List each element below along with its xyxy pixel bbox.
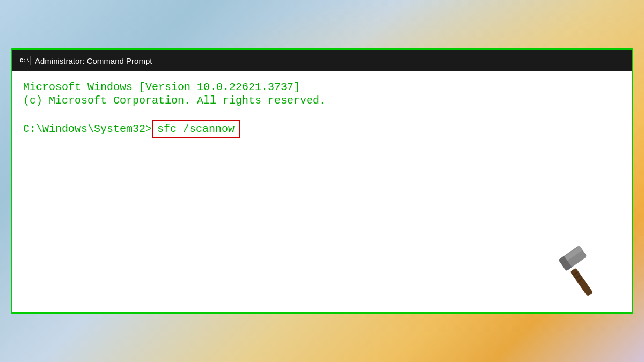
version-line: Microsoft Windows [Version 10.0.22621.37…	[23, 81, 621, 93]
svg-rect-0	[570, 268, 593, 297]
cmd-body: Microsoft Windows [Version 10.0.22621.37…	[12, 71, 632, 312]
title-bar: C:\ Administrator: Command Prompt	[12, 50, 632, 71]
window-title: Administrator: Command Prompt	[35, 56, 152, 65]
copyright-line: (c) Microsoft Corporation. All rights re…	[23, 94, 621, 107]
prompt-text: C:\Windows\System32>	[23, 123, 152, 135]
command-line: C:\Windows\System32>sfc /scannow	[23, 120, 621, 138]
sfc-command[interactable]: sfc /scannow	[152, 120, 240, 138]
hammer-icon	[551, 242, 610, 301]
cmd-icon: C:\	[19, 56, 31, 65]
command-prompt-window: C:\ Administrator: Command Prompt Micros…	[11, 48, 633, 314]
